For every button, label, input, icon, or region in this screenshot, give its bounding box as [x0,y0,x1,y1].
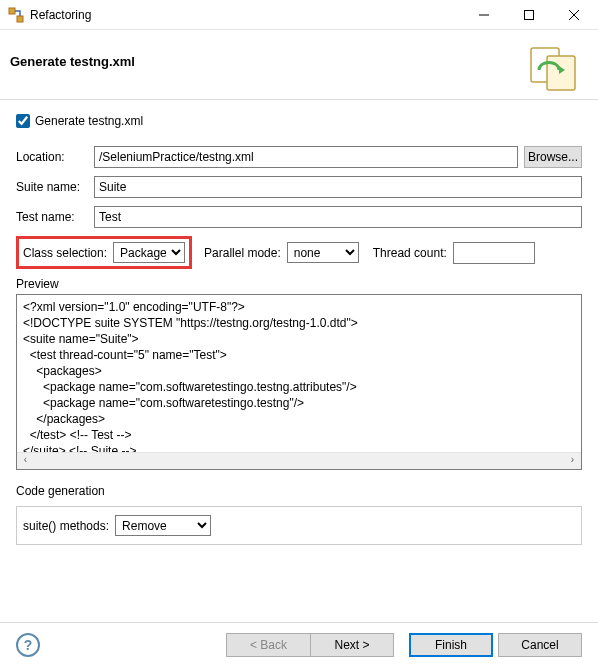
scroll-left-icon[interactable]: ‹ [17,452,34,468]
eclipse-refactor-icon [8,7,24,23]
generate-testng-checkbox-row[interactable]: Generate testng.xml [16,114,582,128]
suite-methods-label: suite() methods: [23,519,109,533]
scroll-right-icon[interactable]: › [564,452,581,468]
suite-name-label: Suite name: [16,180,88,194]
preview-textarea[interactable]: <?xml version="1.0" encoding="UTF-8"?> <… [16,294,582,470]
generate-testng-checkbox[interactable] [16,114,30,128]
window-title: Refactoring [30,8,461,22]
title-bar: Refactoring [0,0,598,30]
thread-count-label: Thread count: [373,246,447,260]
svg-rect-1 [17,16,23,22]
back-button: < Back [226,633,310,657]
browse-button[interactable]: Browse... [524,146,582,168]
next-button[interactable]: Next > [310,633,394,657]
suite-name-input[interactable] [94,176,582,198]
location-input[interactable] [94,146,518,168]
page-title: Generate testng.xml [10,54,135,69]
code-generation-heading: Code generation [16,484,582,498]
parallel-mode-label: Parallel mode: [204,246,281,260]
code-generation-group: suite() methods: Remove [16,506,582,545]
finish-button[interactable]: Finish [409,633,493,657]
test-name-input[interactable] [94,206,582,228]
maximize-button[interactable] [506,0,551,29]
generate-testng-label: Generate testng.xml [35,114,143,128]
svg-rect-3 [524,10,533,19]
parallel-mode-select[interactable]: none [287,242,359,263]
svg-rect-7 [547,56,575,90]
class-selection-highlight: Class selection: Packages [16,236,192,269]
suite-methods-select[interactable]: Remove [115,515,211,536]
dialog-header: Generate testng.xml [0,30,598,100]
preview-label: Preview [16,277,582,291]
class-selection-select[interactable]: Packages [113,242,185,263]
thread-count-input[interactable] [453,242,535,264]
test-name-label: Test name: [16,210,88,224]
dialog-footer: ? < Back Next > Finish Cancel [0,622,598,667]
wizard-banner-icon [529,40,584,95]
class-selection-label: Class selection: [23,246,107,260]
minimize-button[interactable] [461,0,506,29]
location-label: Location: [16,150,88,164]
svg-rect-0 [9,8,15,14]
cancel-button[interactable]: Cancel [498,633,582,657]
help-icon[interactable]: ? [16,633,40,657]
close-button[interactable] [551,0,596,29]
horizontal-scrollbar[interactable]: ‹ › [17,452,581,469]
preview-content: <?xml version="1.0" encoding="UTF-8"?> <… [23,299,575,459]
